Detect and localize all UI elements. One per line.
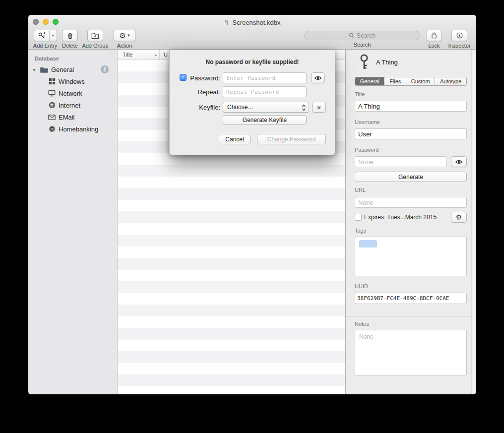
toolbar-add-entry: ▾ Add Entry bbox=[33, 30, 57, 49]
change-password-sheet: No password or keyfile supplied! ✓ Passw… bbox=[169, 50, 335, 155]
notes-field-label: Notes bbox=[355, 321, 369, 327]
column-header-title[interactable]: Title ▴ bbox=[118, 50, 160, 60]
tags-field-label: Tags bbox=[355, 228, 366, 234]
uuid-input[interactable] bbox=[355, 293, 467, 304]
notes-textarea[interactable]: None bbox=[355, 330, 467, 375]
inspector-tabs: General Files Custom Autotype bbox=[355, 77, 467, 86]
key-plus-icon bbox=[34, 30, 49, 41]
search-placeholder: Search bbox=[357, 32, 376, 39]
chevron-down-icon: ▾ bbox=[52, 34, 54, 38]
inspector-toggle-button[interactable] bbox=[451, 30, 467, 41]
screen: Screenshot.kdbx ▾ Add Ent bbox=[0, 0, 504, 433]
keyfile-popup[interactable]: Choose… bbox=[223, 102, 309, 113]
monitor-icon bbox=[48, 89, 56, 98]
window-title: Screenshot.kdbx bbox=[233, 19, 281, 26]
inspector-scrollbar[interactable] bbox=[471, 50, 476, 394]
delete-button[interactable] bbox=[62, 30, 78, 41]
tags-box[interactable] bbox=[355, 237, 467, 276]
window-chrome: Screenshot.kdbx ▾ Add Ent bbox=[28, 15, 476, 50]
generate-keyfile-button[interactable]: Generate Keyfile bbox=[223, 115, 307, 124]
action-label: Action bbox=[117, 43, 132, 49]
toolbar-delete: Delete bbox=[60, 30, 80, 49]
dialog-message: No password or keyfile supplied! bbox=[170, 59, 335, 65]
repeat-label: Repeat: bbox=[188, 88, 220, 96]
windows-icon bbox=[48, 77, 56, 86]
title-input[interactable] bbox=[355, 101, 467, 112]
sidebar-item-general[interactable]: ▾ General 2 bbox=[28, 63, 117, 75]
add-entry-menu-arrow[interactable]: ▾ bbox=[49, 30, 57, 41]
tab-custom[interactable]: Custom bbox=[406, 77, 435, 85]
window-title-bar: Screenshot.kdbx bbox=[28, 18, 476, 26]
tab-autotype[interactable]: Autotype bbox=[435, 77, 466, 85]
username-input[interactable] bbox=[355, 128, 467, 139]
sidebar-item-internet[interactable]: Internet bbox=[28, 99, 117, 111]
expires-checkbox[interactable] bbox=[355, 214, 362, 221]
keyfile-popup-value: Choose… bbox=[227, 104, 253, 111]
change-password-button[interactable]: Change Password bbox=[257, 134, 326, 144]
sidebar-item-email[interactable]: EMail bbox=[28, 111, 117, 123]
toolbar-search: Search Search bbox=[304, 30, 420, 48]
expires-label: Expires: Tues...March 2015 bbox=[364, 214, 437, 221]
add-group-button[interactable] bbox=[87, 30, 103, 41]
disclosure-triangle-icon[interactable]: ▾ bbox=[31, 67, 37, 72]
gear-icon: ⚙ bbox=[456, 213, 462, 221]
repeat-password-input[interactable] bbox=[223, 86, 307, 97]
password-field-label: Password bbox=[355, 147, 378, 153]
tab-general[interactable]: General bbox=[355, 77, 384, 85]
sidebar-item-homebanking[interactable]: % Homebanking bbox=[28, 123, 117, 135]
generate-password-button[interactable]: Generate bbox=[355, 172, 467, 182]
title-field-label: Title bbox=[355, 91, 365, 97]
app-window: Screenshot.kdbx ▾ Add Ent bbox=[28, 15, 476, 394]
sidebar-section-header: Database bbox=[28, 54, 117, 63]
show-password-button[interactable] bbox=[311, 72, 325, 83]
toolbar-action: ⚙ ▾ Action bbox=[113, 30, 136, 49]
entry-count-badge: 2 bbox=[101, 65, 109, 73]
lock-label: Lock bbox=[428, 43, 440, 49]
add-entry-label: Add Entry bbox=[33, 43, 57, 49]
search-label: Search bbox=[354, 42, 371, 48]
uuid-field-label: UUID bbox=[355, 283, 368, 289]
tag-token[interactable] bbox=[359, 240, 377, 247]
check-icon: ✓ bbox=[181, 75, 185, 80]
inspector-panel: A Thing General Files Custom Autotype Ti… bbox=[345, 50, 476, 394]
close-icon: × bbox=[317, 103, 321, 112]
sidebar-item-windows[interactable]: Windows bbox=[28, 75, 117, 87]
sidebar: Database ▾ General 2 Window bbox=[28, 50, 118, 394]
padlock-icon bbox=[431, 32, 438, 39]
sidebar-item-label: Windows bbox=[59, 78, 85, 85]
chevron-down-icon: ▾ bbox=[127, 33, 130, 38]
notes-placeholder: None bbox=[359, 333, 374, 340]
tab-files[interactable]: Files bbox=[384, 77, 406, 85]
popup-stepper-icon bbox=[302, 104, 306, 113]
sidebar-item-network[interactable]: Network bbox=[28, 87, 117, 99]
password-input[interactable] bbox=[223, 72, 307, 83]
sort-ascending-icon: ▴ bbox=[155, 53, 157, 57]
toolbar-add-group: Add Group bbox=[81, 30, 110, 49]
trash-icon bbox=[66, 32, 74, 40]
clear-keyfile-button[interactable]: × bbox=[312, 102, 326, 113]
entry-title: A Thing bbox=[376, 59, 398, 66]
url-input[interactable] bbox=[355, 197, 467, 208]
entry-password-input[interactable] bbox=[355, 156, 446, 167]
url-field-label: URL bbox=[355, 187, 366, 193]
toolbar-lock: Lock bbox=[425, 30, 443, 49]
search-icon bbox=[349, 33, 355, 39]
svg-text:%: % bbox=[50, 127, 54, 131]
action-button[interactable]: ⚙ ▾ bbox=[114, 30, 135, 41]
info-icon bbox=[456, 32, 463, 39]
search-input[interactable]: Search bbox=[304, 31, 420, 40]
password-checkbox[interactable]: ✓ bbox=[180, 74, 187, 81]
add-group-label: Add Group bbox=[82, 43, 108, 49]
expires-settings-button[interactable]: ⚙ bbox=[451, 212, 467, 223]
cancel-button[interactable]: Cancel bbox=[219, 134, 251, 144]
password-label: Password: bbox=[188, 74, 220, 82]
lock-button[interactable] bbox=[427, 30, 441, 41]
reveal-password-button[interactable] bbox=[451, 156, 467, 167]
add-entry-button[interactable]: ▾ bbox=[34, 30, 57, 41]
inspector-label: Inspector bbox=[448, 43, 470, 49]
sidebar-item-label: Network bbox=[59, 90, 82, 97]
eye-icon bbox=[314, 75, 322, 81]
document-proxy-icon bbox=[224, 19, 230, 25]
envelope-icon bbox=[48, 113, 56, 122]
keyfile-label: Keyfile: bbox=[188, 104, 220, 111]
